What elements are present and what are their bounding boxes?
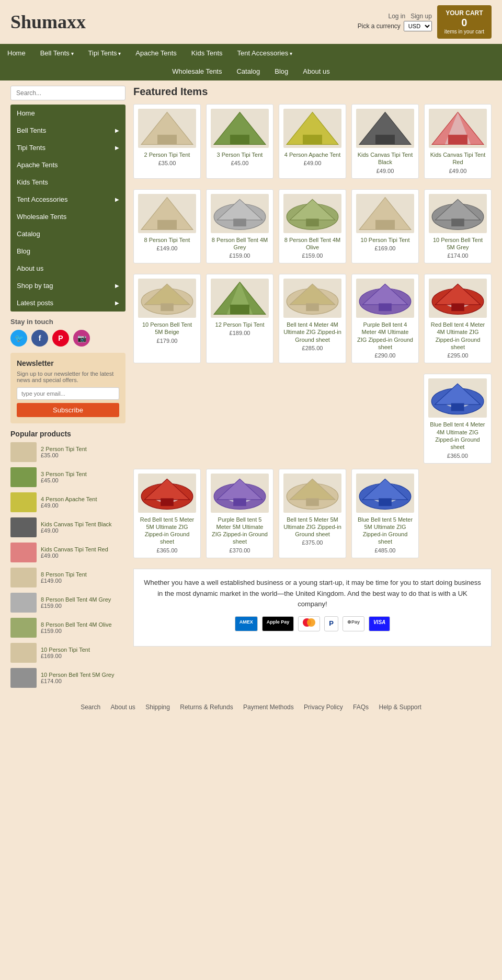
sidebar-item-wholesale[interactable]: Wholesale Tents bbox=[10, 208, 126, 225]
product-name: 8 Person Bell Tent 4M Olive bbox=[283, 236, 341, 251]
product-card[interactable]: 8 Person Tipi Tent £149.00 bbox=[133, 189, 201, 264]
nav-about[interactable]: About us bbox=[295, 62, 337, 80]
popular-product-item[interactable]: 10 Person Tipi Tent£169.00 bbox=[10, 643, 126, 663]
product-card[interactable]: 12 Person Tipi Tent £189.00 bbox=[206, 274, 273, 363]
sidebar-item-latest-posts[interactable]: Latest posts ▶ bbox=[10, 294, 126, 312]
popular-product-item[interactable]: 3 Person Tipi Tent£45.00 bbox=[10, 467, 126, 487]
footer-faqs-link[interactable]: FAQs bbox=[353, 704, 369, 711]
product-price: £45.00 bbox=[41, 477, 87, 483]
nav-home[interactable]: Home bbox=[0, 44, 33, 62]
product-name: 4 Person Apache Tent bbox=[283, 151, 341, 158]
product-thumbnail bbox=[10, 543, 37, 562]
popular-product-item[interactable]: 4 Person Apache Tent£49.00 bbox=[10, 492, 126, 512]
chevron-right-icon: ▶ bbox=[115, 197, 119, 202]
product-image bbox=[356, 194, 414, 233]
product-price: £295.00 bbox=[429, 352, 487, 359]
nav-tent-accessories[interactable]: Tent Accessories bbox=[230, 44, 300, 62]
product-card[interactable]: 10 Person Tipi Tent £169.00 bbox=[351, 189, 419, 264]
popular-product-item[interactable]: Kids Canvas Tipi Tent Red£49.00 bbox=[10, 543, 126, 562]
footer-returns-link[interactable]: Returns & Refunds bbox=[180, 704, 233, 711]
nav-catalog[interactable]: Catalog bbox=[229, 62, 267, 80]
instagram-icon[interactable]: 📷 bbox=[73, 330, 90, 347]
sidebar-menu: Home Bell Tents ▶ Tipi Tents ▶ Apache Te… bbox=[10, 105, 126, 312]
sidebar-tipi-tents-label: Tipi Tents bbox=[17, 144, 45, 152]
product-card[interactable]: Bell tent 4 Meter 4M Ultimate ZIG Zipped… bbox=[279, 274, 346, 363]
sidebar-apache-tents-label: Apache Tents bbox=[17, 161, 58, 169]
product-image bbox=[283, 109, 341, 148]
nav-blog[interactable]: Blog bbox=[267, 62, 295, 80]
chevron-right-icon: ▶ bbox=[115, 128, 119, 133]
product-card[interactable]: 2 Person Tipi Tent £35.00 bbox=[133, 104, 201, 179]
popular-product-item[interactable]: 8 Person Tipi Tent£149.00 bbox=[10, 568, 126, 587]
footer-shipping-link[interactable]: Shipping bbox=[145, 704, 170, 711]
svg-rect-29 bbox=[230, 305, 249, 315]
product-price: £179.00 bbox=[138, 338, 196, 344]
featured-title: Featured Items bbox=[133, 86, 492, 98]
nav-tipi-tents[interactable]: Tipi Tents bbox=[81, 44, 129, 62]
product-info: 3 Person Tipi Tent£45.00 bbox=[41, 471, 87, 483]
product-card[interactable]: Blue Bell tent 4 Meter 4M Ultimate ZIG Z… bbox=[424, 374, 492, 463]
sidebar-item-about[interactable]: About us bbox=[10, 260, 126, 277]
product-card[interactable]: Red Bell tent 4 Meter 4M Ultimate ZIG Zi… bbox=[424, 274, 492, 363]
footer-payment-link[interactable]: Payment Methods bbox=[243, 704, 294, 711]
cart-box[interactable]: YOUR CART 0 items in your cart bbox=[437, 5, 492, 39]
product-name: 10 Person Tipi Tent bbox=[356, 236, 414, 244]
sidebar-bell-tents-label: Bell Tents bbox=[17, 126, 46, 134]
search-input[interactable] bbox=[10, 86, 126, 100]
popular-product-item[interactable]: Kids Canvas Tipi Tent Black£49.00 bbox=[10, 517, 126, 537]
sidebar-blog-label: Blog bbox=[17, 247, 30, 255]
sidebar-item-blog[interactable]: Blog bbox=[10, 243, 126, 260]
sidebar-item-apache-tents[interactable]: Apache Tents bbox=[10, 156, 126, 174]
footer-help-link[interactable]: Help & Support bbox=[379, 704, 421, 711]
product-price: £49.00 bbox=[283, 160, 341, 166]
popular-product-item[interactable]: 8 Person Bell Tent 4M Grey£159.00 bbox=[10, 593, 126, 613]
product-card[interactable]: Blue Bell tent 5 Meter 5M Ultimate ZIG Z… bbox=[351, 469, 419, 558]
login-link[interactable]: Log in bbox=[388, 13, 405, 20]
header-right: Log in Sign up Pick a currency USD GBP E… bbox=[358, 5, 492, 39]
sidebar-item-tipi-tents[interactable]: Tipi Tents ▶ bbox=[10, 139, 126, 156]
footer-about-link[interactable]: About us bbox=[111, 704, 135, 711]
twitter-icon[interactable]: 🐦 bbox=[10, 330, 27, 347]
popular-product-item[interactable]: 8 Person Bell Tent 4M Olive£159.00 bbox=[10, 618, 126, 638]
sidebar-item-bell-tents[interactable]: Bell Tents ▶ bbox=[10, 122, 126, 139]
product-card[interactable]: 8 Person Bell Tent 4M Grey £159.00 bbox=[206, 189, 273, 264]
product-card[interactable]: 8 Person Bell Tent 4M Olive £159.00 bbox=[279, 189, 346, 264]
sidebar-item-kids-tents[interactable]: Kids Tents bbox=[10, 174, 126, 191]
sidebar-item-home[interactable]: Home bbox=[10, 105, 126, 122]
product-image bbox=[211, 109, 269, 148]
subscribe-button[interactable]: Subscribe bbox=[17, 403, 119, 417]
product-card[interactable]: 10 Person Bell Tent 5M Beige £179.00 bbox=[133, 274, 201, 363]
facebook-icon[interactable]: f bbox=[31, 330, 48, 347]
sidebar-item-shop-by-tag[interactable]: Shop by tag ▶ bbox=[10, 277, 126, 294]
nav-wholesale[interactable]: Wholesale Tents bbox=[165, 62, 229, 80]
cart-title: YOUR CART bbox=[444, 9, 484, 17]
stay-in-touch: Stay in touch 🐦 f P 📷 bbox=[10, 318, 126, 347]
content-area: Featured Items 2 Person Tipi Tent £35.00… bbox=[133, 86, 492, 693]
nav-apache-tents[interactable]: Apache Tents bbox=[128, 44, 184, 62]
product-card[interactable]: Kids Canvas Tipi Tent Red £49.00 bbox=[424, 104, 492, 179]
product-name: 3 Person Tipi Tent bbox=[41, 471, 87, 477]
product-card[interactable]: Red Bell tent 5 Meter 5M Ultimate ZIG Zi… bbox=[133, 469, 201, 558]
sidebar-item-tent-accessories[interactable]: Tent Accessories ▶ bbox=[10, 191, 126, 208]
product-name: 12 Person Tipi Tent bbox=[211, 321, 269, 328]
product-card[interactable]: Bell tent 5 Meter 5M Ultimate ZIG Zipped… bbox=[279, 469, 346, 558]
popular-product-item[interactable]: 2 Person Tipi Tent£35.00 bbox=[10, 442, 126, 462]
product-card[interactable]: Purple Bell tent 4 Meter 4M Ultimate ZIG… bbox=[351, 274, 419, 363]
footer-privacy-link[interactable]: Privacy Policy bbox=[304, 704, 343, 711]
currency-select[interactable]: USD GBP EUR bbox=[404, 21, 432, 31]
nav-bell-tents[interactable]: Bell Tents bbox=[33, 44, 81, 62]
product-name: Blue Bell tent 4 Meter 4M Ultimate ZIG Z… bbox=[428, 421, 487, 451]
nav-kids-tents[interactable]: Kids Tents bbox=[184, 44, 230, 62]
product-card[interactable]: 10 Person Bell Tent 5M Grey £174.00 bbox=[424, 189, 492, 264]
product-card[interactable]: 3 Person Tipi Tent £45.00 bbox=[206, 104, 273, 179]
footer-search-link[interactable]: Search bbox=[81, 704, 100, 711]
popular-product-item[interactable]: 10 Person Bell Tent 5M Grey£174.00 bbox=[10, 668, 126, 688]
product-card[interactable]: 4 Person Apache Tent £49.00 bbox=[279, 104, 346, 179]
product-card[interactable]: Purple Bell tent 5 Meter 5M Ultimate ZIG… bbox=[206, 469, 273, 558]
newsletter-title: Newsletter bbox=[17, 359, 119, 367]
product-card[interactable]: Kids Canvas Tipi Tent Black £49.00 bbox=[351, 104, 419, 179]
newsletter-email-input[interactable] bbox=[17, 387, 119, 400]
pinterest-icon[interactable]: P bbox=[52, 330, 69, 347]
sidebar-item-catalog[interactable]: Catalog bbox=[10, 225, 126, 243]
signup-link[interactable]: Sign up bbox=[410, 13, 432, 20]
